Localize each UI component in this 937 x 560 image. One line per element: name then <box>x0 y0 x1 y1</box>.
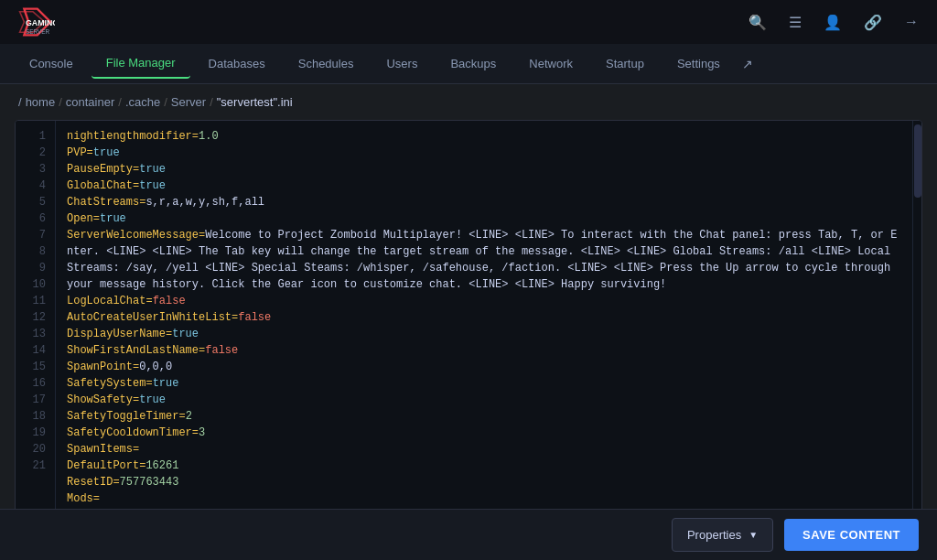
code-line: SafetyToggleTimer=2 <box>67 408 901 425</box>
breadcrumb-server[interactable]: Server <box>171 95 206 109</box>
editor-container: 123456789101112131415161718192021 nightl… <box>15 120 922 559</box>
logo: GAMING SERVER <box>18 5 55 38</box>
svg-text:SERVER: SERVER <box>26 28 50 35</box>
chevron-down-icon: ▼ <box>749 530 758 540</box>
code-line: GlobalChat=true <box>67 178 901 194</box>
nav-settings[interactable]: Settings <box>662 49 735 78</box>
search-icon[interactable]: 🔍 <box>749 14 767 31</box>
code-line: DisplayUserName=true <box>67 326 901 342</box>
properties-button[interactable]: Properties ▼ <box>672 518 773 552</box>
code-line: ResetID=757763443 <box>67 474 901 490</box>
nav-file-manager[interactable]: File Manager <box>92 48 190 79</box>
nav-network[interactable]: Network <box>514 49 587 78</box>
code-editor[interactable]: nightlengthmodifier=1.0PVP=truePauseEmpt… <box>56 121 912 558</box>
nav-console[interactable]: Console <box>15 49 88 78</box>
logout-icon[interactable]: → <box>904 14 919 30</box>
svg-text:GAMING: GAMING <box>26 18 55 27</box>
line-numbers: 123456789101112131415161718192021 <box>16 121 56 558</box>
scrollbar-thumb[interactable] <box>914 124 921 198</box>
nav-schedules[interactable]: Schedules <box>284 49 369 78</box>
breadcrumb-cache[interactable]: .cache <box>125 95 160 109</box>
breadcrumb-slash: / <box>18 95 22 109</box>
code-line: AutoCreateUserInWhiteList=false <box>67 309 901 326</box>
share-icon[interactable]: 🔗 <box>864 14 882 31</box>
code-line: ServerWelcomeMessage=Welcome to Project … <box>67 227 901 293</box>
scrollbar-track[interactable] <box>912 121 921 558</box>
code-line: ShowSafety=true <box>67 392 901 408</box>
code-line: ShowFirstAndLastName=false <box>67 342 901 359</box>
breadcrumb-home[interactable]: home <box>26 95 56 109</box>
code-line: DefaultPort=16261 <box>67 458 901 474</box>
layers-icon[interactable]: ☰ <box>789 14 802 31</box>
nav-startup[interactable]: Startup <box>591 49 659 78</box>
nav-backups[interactable]: Backups <box>436 49 511 78</box>
breadcrumb-filename: "servertest".ini <box>217 95 293 109</box>
code-line: PauseEmpty=true <box>67 161 901 178</box>
user-icon[interactable]: 👤 <box>824 14 842 31</box>
top-bar: GAMING SERVER 🔍 ☰ 👤 🔗 → <box>0 0 937 44</box>
nav-users[interactable]: Users <box>372 49 432 78</box>
code-line: ChatStreams=s,r,a,w,y,sh,f,all <box>67 194 901 210</box>
top-bar-icons: 🔍 ☰ 👤 🔗 → <box>749 14 919 31</box>
code-line: SpawnItems= <box>67 441 901 458</box>
nav-databases[interactable]: Databases <box>194 49 280 78</box>
code-line: SafetySystem=true <box>67 375 901 392</box>
code-line: Mods= <box>67 490 901 507</box>
save-content-button[interactable]: SAVE CONTENT <box>784 519 919 551</box>
external-link-icon[interactable]: ↗ <box>742 57 753 71</box>
breadcrumb-container[interactable]: container <box>66 95 114 109</box>
breadcrumb: / home / container / .cache / Server / "… <box>0 84 937 120</box>
code-line: Open=true <box>67 210 901 227</box>
footer: Properties ▼ SAVE CONTENT <box>0 509 937 560</box>
code-line: SpawnPoint=0,0,0 <box>67 359 901 375</box>
code-line: PVP=true <box>67 145 901 161</box>
code-line: SafetyCooldownTimer=3 <box>67 425 901 441</box>
code-line: LogLocalChat=false <box>67 293 901 309</box>
code-line: nightlengthmodifier=1.0 <box>67 128 901 145</box>
secondary-nav: Console File Manager Databases Schedules… <box>0 44 937 84</box>
properties-label: Properties <box>687 528 741 542</box>
